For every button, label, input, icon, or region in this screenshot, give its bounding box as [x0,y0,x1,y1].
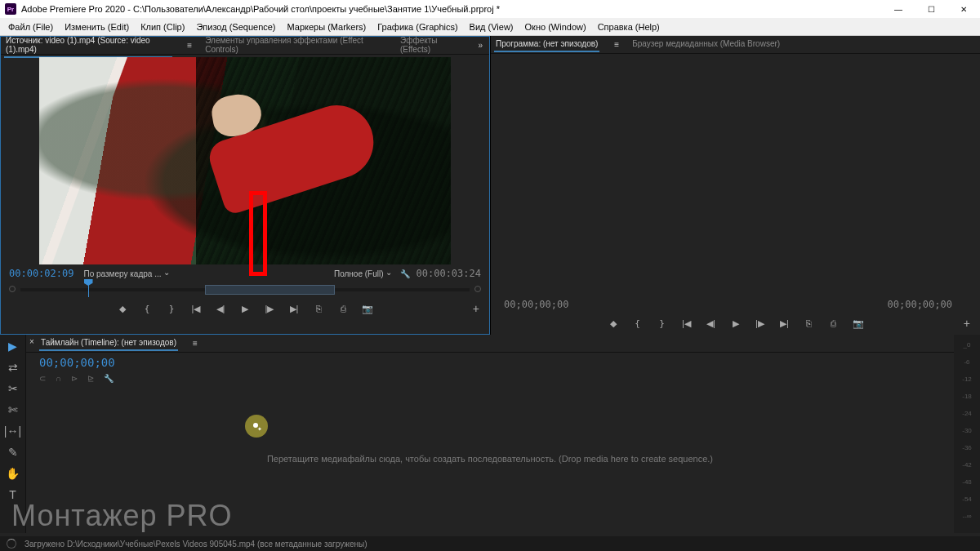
transport-btn-8[interactable]: ⎘ [803,318,816,328]
fit-dropdown[interactable]: По размеру кадра ... [80,269,171,279]
overflow-icon[interactable]: » [478,41,489,50]
meter-tick: -48 [954,478,980,486]
selection-tool[interactable]: ▶ [8,340,17,353]
settings-icon[interactable]: 🔧 [400,269,410,278]
program-info-row: 00;00;00;00 00;00;00;00 [491,297,980,312]
app-icon: Pr [5,3,16,15]
window-titlebar: Pr Adobe Premiere Pro 2020 - C:\Пользова… [0,0,980,18]
source-transport: ◆{}|◀◀|▶|▶▶|⎘⎙📷+ [1,297,489,320]
tab-program[interactable]: Программа: (нет эпизодов) [494,37,599,52]
scrub-playhead[interactable] [88,282,89,297]
menu-справка[interactable]: Справка (Help) [598,22,660,32]
menu-клип[interactable]: Клип (Clip) [140,22,185,32]
scrub-start-handle[interactable] [9,286,16,292]
scrub-end-handle[interactable] [474,286,481,292]
menu-вид[interactable]: Вид (View) [470,22,514,32]
tab-media-browser[interactable]: Браузер медиаданных (Media Browser) [630,37,782,52]
hand-tool[interactable]: ✋ [6,467,20,480]
window-title: Adobe Premiere Pro 2020 - C:\Пользовател… [21,4,500,14]
quality-dropdown[interactable]: Полное (Full) [331,269,394,279]
scrub-in-out-region[interactable] [205,285,336,295]
maximize-button[interactable]: ☐ [915,0,947,18]
tab-effects[interactable]: Эффекты (Effects) [399,33,466,58]
button-editor-plus[interactable]: + [473,302,479,315]
track-select-tool[interactable]: ⇄ [8,361,18,374]
menu-файл[interactable]: Файл (File) [8,22,53,32]
source-info-row: 00:00:02:09 По размеру кадра ... Полное … [1,264,489,282]
timeline-toggle-4[interactable]: 🔧 [104,374,114,383]
close-button[interactable]: ✕ [947,0,980,18]
menu-изменить[interactable]: Изменить (Edit) [65,22,129,32]
tab-effect-controls[interactable]: Элементы управления эффектами (Effect Co… [203,33,387,58]
pen-tool[interactable]: ✎ [8,446,18,459]
program-preview-empty [491,54,980,297]
program-left-timecode: 00;00;00;00 [504,299,568,310]
button-editor-plus[interactable]: + [964,317,970,330]
timeline-toggle-1[interactable]: ∩ [56,374,61,383]
source-scrub-bar[interactable] [20,282,470,297]
minimize-button[interactable]: — [882,0,915,18]
meter-tick: -24 [954,410,980,417]
transport-btn-8[interactable]: ⎘ [312,304,325,313]
annotation-cursor-highlight [245,415,268,438]
transport-btn-2[interactable]: } [165,304,178,314]
transport-btn-2[interactable]: } [656,318,669,329]
transport-btn-4[interactable]: ◀| [214,304,227,314]
meter-tick: -36 [954,444,980,451]
source-preview[interactable] [39,57,451,264]
transport-btn-1[interactable]: { [631,318,644,329]
ripple-edit-tool[interactable]: ✂ [8,382,18,395]
source-duration-timecode: 00:00:03:24 [416,268,481,279]
timeline-timecode[interactable]: 00;00;00;00 [39,356,115,369]
meter-tick: --∞ [954,513,980,520]
transport-btn-7[interactable]: ▶| [778,318,791,329]
source-current-timecode[interactable]: 00:00:02:09 [9,268,74,279]
transport-btn-10[interactable]: 📷 [361,304,374,314]
transport-btn-1[interactable]: { [140,304,154,314]
meter-tick: -6 [954,358,980,366]
menu-окно[interactable]: Окно (Window) [525,22,586,32]
menu-эпизод[interactable]: Эпизод (Sequence) [196,22,275,32]
source-tabbar: Источник: video (1).mp4 (Source: video (… [1,37,489,55]
transport-btn-5[interactable]: ▶ [238,304,252,314]
loading-spinner-icon [7,539,16,549]
meter-tick: -12 [954,375,980,383]
timeline-toggle-row: ⊂∩⊳⊵🔧 [26,372,954,384]
timeline-toggle-3[interactable]: ⊵ [87,374,94,383]
razor-tool[interactable]: ✄ [8,403,18,416]
slip-tool[interactable]: |↔| [4,424,21,438]
transport-btn-6[interactable]: |▶ [263,304,276,314]
tab-source[interactable]: Источник: video (1).mp4 (Source: video (… [4,33,172,58]
transport-btn-10[interactable]: 📷 [852,318,865,329]
annotation-rectangle [249,191,267,276]
program-transport: ◆{}|◀◀|▶|▶▶|⎘⎙📷+ [491,312,980,335]
program-tabbar: Программа: (нет эпизодов) ≡ Браузер меди… [491,36,980,54]
timeline-toggle-2[interactable]: ⊳ [71,374,78,383]
meter-tick: -30 [954,427,980,434]
tab-timeline[interactable]: Таймлайн (Timeline): (нет эпизодов) [39,335,178,351]
transport-btn-0[interactable]: ◆ [116,304,129,314]
transport-btn-7[interactable]: ▶| [287,304,301,314]
transport-btn-9[interactable]: ⎙ [827,318,840,328]
transport-btn-9[interactable]: ⎙ [336,304,350,313]
menu-графика[interactable]: Графика (Graphics) [377,22,457,32]
close-tab-icon[interactable]: × [29,337,34,346]
audio-meter: _0-6-12-18-24-30-36-42-48-54--∞ [954,335,980,533]
transport-btn-6[interactable]: |▶ [754,318,767,329]
transport-btn-3[interactable]: |◀ [680,318,693,329]
transport-btn-0[interactable]: ◆ [607,318,620,329]
menu-маркеры[interactable]: Маркеры (Markers) [287,22,367,32]
watermark-text: Монтажер PRO [11,499,233,533]
transport-btn-3[interactable]: |◀ [189,304,203,314]
panel-menu-icon[interactable]: ≡ [193,339,198,348]
meter-tick: -18 [954,393,980,400]
meter-tick: -42 [954,461,980,469]
timeline-toggle-0[interactable]: ⊂ [39,374,46,383]
transport-btn-4[interactable]: ◀| [705,318,718,329]
transport-btn-5[interactable]: ▶ [729,318,742,329]
program-panel: Программа: (нет эпизодов) ≡ Браузер меди… [490,36,980,335]
program-right-timecode: 00;00;00;00 [888,299,952,310]
panel-menu-icon[interactable]: ≡ [187,41,192,50]
meter-tick: _0 [954,341,980,349]
panel-menu-icon[interactable]: ≡ [614,40,619,49]
